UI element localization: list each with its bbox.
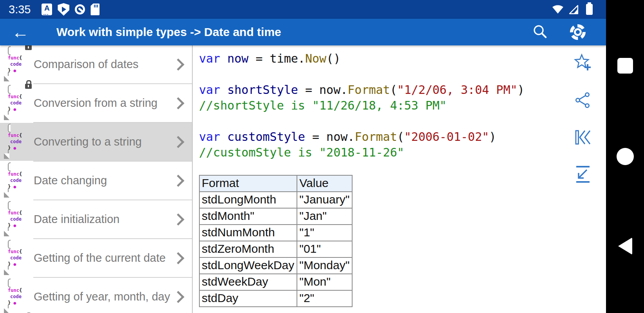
format-table: FormatValue stdLongMonth"January"stdMont… bbox=[199, 175, 353, 307]
table-row: stdWeekDay"Mon" bbox=[199, 274, 352, 290]
table-cell: stdZeroMonth bbox=[199, 241, 297, 257]
wifi-icon bbox=[552, 4, 564, 14]
app-screen: 3:35 A ← Work with simple types -> Date … bbox=[0, 0, 644, 313]
table-row: stdLongMonth"January" bbox=[199, 192, 352, 208]
sidebar-item[interactable]: func{ code } ● Comparison of dates bbox=[0, 45, 192, 83]
format-table-body: stdLongMonth"January"stdMonth""Jan"stdNu… bbox=[199, 192, 352, 307]
table-cell: stdLongWeekDay bbox=[199, 257, 297, 274]
back-button[interactable] bbox=[618, 237, 632, 255]
sidebar-item[interactable]: func{ code } ● Conversion from a string bbox=[0, 84, 192, 122]
table-cell: stdWeekDay bbox=[199, 274, 297, 290]
table-cell: "Jan" bbox=[297, 208, 352, 225]
table-row: stdLongWeekDay"Monday" bbox=[199, 257, 352, 274]
status-bar: 3:35 A bbox=[0, 0, 606, 19]
chevron-right-icon bbox=[172, 97, 184, 109]
code-file-icon: func{ code } ● bbox=[8, 46, 28, 81]
sidebar-item-label: Date initialization bbox=[34, 211, 172, 227]
code-area: var now = time.Now()var shortStyle = now… bbox=[199, 51, 525, 176]
sidebar-item[interactable]: func{ code } ● Date initialization bbox=[0, 200, 192, 238]
chevron-right-icon bbox=[172, 174, 184, 187]
table-cell: "Mon" bbox=[297, 274, 352, 290]
clock: 3:35 bbox=[9, 3, 31, 16]
code-line: //customStyle is "2018-11-26" bbox=[199, 145, 525, 160]
sidebar-item-label: Getting of year, month, day bbox=[34, 289, 172, 305]
sidebar-item-label: Getting of the current date bbox=[34, 250, 172, 266]
format-table-header-cell: Format bbox=[199, 175, 297, 192]
chevron-right-icon bbox=[172, 252, 184, 264]
table-cell: stdLongMonth bbox=[199, 192, 297, 208]
chevron-right-icon bbox=[172, 58, 184, 70]
sidebar-item-label: Comparison of dates bbox=[34, 56, 172, 72]
table-cell: "2" bbox=[297, 290, 352, 307]
code-line: var shortStyle = now.Format("1/2/06, 3:0… bbox=[199, 82, 525, 98]
sidebar-item-label: Converting to a string bbox=[34, 134, 172, 150]
sidebar-list: func{ code } ● Comparison of dates func{… bbox=[0, 45, 193, 313]
table-row: stdNumMonth"1" bbox=[199, 225, 352, 241]
autofill-a-icon: A bbox=[42, 4, 52, 15]
sidebar-item[interactable]: func{ code } ● Getting of year, month, d… bbox=[0, 278, 192, 313]
code-line: //shortStyle is "11/26/18, 4:53 PM" bbox=[199, 98, 525, 113]
code-file-icon: func{ code } ● bbox=[8, 279, 28, 313]
lock-icon bbox=[25, 84, 32, 89]
sd-card-icon bbox=[90, 4, 99, 15]
home-button[interactable] bbox=[617, 148, 634, 165]
code-file-icon: func{ code } ● bbox=[8, 85, 28, 120]
code-file-icon: func{ code } ● bbox=[8, 201, 28, 236]
cell-signal-icon bbox=[568, 4, 579, 15]
search-icon[interactable] bbox=[532, 23, 548, 41]
table-cell: "1" bbox=[297, 225, 352, 241]
table-cell: stdDay bbox=[199, 290, 297, 307]
sidebar-item[interactable]: func{ code } ● Getting of the current da… bbox=[0, 239, 192, 277]
android-q-icon bbox=[75, 4, 85, 14]
code-line: var customStyle = now.Format("2006-01-02… bbox=[199, 129, 525, 145]
code-file-icon: func{ code } ● bbox=[8, 162, 28, 198]
chevron-right-icon bbox=[172, 136, 184, 148]
page-title: Work with simple types -> Date and time bbox=[56, 25, 281, 39]
chevron-right-icon bbox=[172, 213, 184, 225]
skip-to-start-icon[interactable] bbox=[573, 128, 592, 147]
table-cell: stdMonth" bbox=[199, 208, 297, 225]
sidebar-item-label: Conversion from a string bbox=[34, 95, 172, 111]
back-arrow-icon[interactable]: ← bbox=[12, 23, 31, 41]
android-nav-bar bbox=[606, 0, 644, 313]
table-row: stdMonth""Jan" bbox=[199, 208, 352, 225]
app-bar: ← Work with simple types -> Date and tim… bbox=[0, 19, 606, 45]
format-table-header-cell: Value bbox=[297, 175, 352, 192]
star-plus-icon[interactable] bbox=[573, 53, 592, 72]
share-icon[interactable] bbox=[573, 91, 592, 110]
lock-icon bbox=[25, 45, 32, 50]
table-cell: stdNumMonth bbox=[199, 225, 297, 241]
table-cell: "January" bbox=[297, 192, 352, 208]
jump-to-end-icon[interactable] bbox=[573, 165, 592, 184]
code-file-icon: func{ code } ● bbox=[8, 124, 28, 159]
battery-icon bbox=[586, 4, 593, 15]
table-row: stdDay"2" bbox=[199, 290, 352, 307]
table-row: stdZeroMonth"01" bbox=[199, 241, 352, 257]
table-cell: "Monday" bbox=[297, 257, 352, 274]
format-table-header-row: FormatValue bbox=[199, 175, 352, 192]
table-cell: "01" bbox=[297, 241, 352, 257]
code-line: var now = time.Now() bbox=[199, 51, 525, 67]
chevron-right-icon bbox=[172, 291, 184, 303]
sidebar-item[interactable]: func{ code } ● Converting to a string bbox=[0, 123, 192, 161]
sidebar-item[interactable]: func{ code } ● Date changing bbox=[0, 162, 192, 200]
settings-gear-icon[interactable] bbox=[570, 24, 586, 40]
code-file-icon: func{ code } ● bbox=[8, 240, 28, 275]
play-protect-icon bbox=[58, 3, 69, 16]
recents-button[interactable] bbox=[617, 58, 633, 74]
sidebar-item-label: Date changing bbox=[34, 173, 172, 189]
